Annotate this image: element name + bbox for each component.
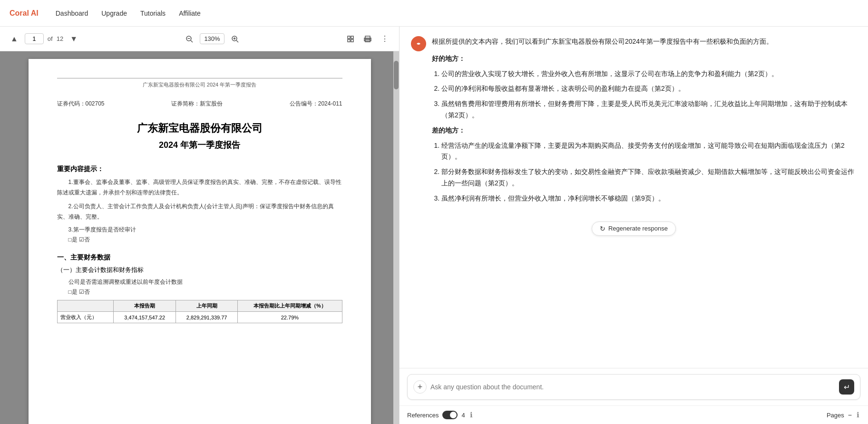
svg-point-14: [369, 39, 370, 40]
nav-tutorials[interactable]: Tutorials: [139, 8, 166, 19]
pdf-scrollbar[interactable]: [393, 51, 399, 424]
list-item: 经营活动产生的现金流量净额下降，主要是因为本期购买商品、接受劳务支付的现金增加，…: [441, 140, 857, 163]
page-of-label: of: [48, 35, 53, 42]
chat-input-area: + ↵: [400, 368, 868, 405]
chat-good-heading: 好的地方：: [432, 55, 465, 62]
pdf-table-note: 公司是否需追溯调整或重述以前年度会计数据: [57, 278, 342, 286]
pdf-table-note2: □是 ☑否: [57, 288, 342, 296]
svg-rect-8: [351, 36, 353, 39]
pdf-table-cell-1: 3,474,157,547.22: [114, 312, 176, 323]
page-number-input[interactable]: [25, 33, 44, 44]
pdf-table-header-1: 本报告期: [114, 300, 176, 312]
chat-bad-heading: 差的地方：: [432, 126, 465, 134]
svg-rect-11: [365, 36, 370, 39]
list-item: 公司的营业收入实现了较大增长，营业外收入也有所增加，这显示了公司在市场上的竞争力…: [441, 68, 857, 80]
pdf-meta-announce: 公告编号：2024-011: [290, 100, 342, 108]
pdf-header-line: 广东新宝电器股份有限公司 2024 年第一季度报告: [57, 78, 342, 88]
pdf-table-header-2: 上年同期: [176, 300, 237, 312]
chat-send-button[interactable]: ↵: [839, 379, 854, 395]
pdf-table-cell-0: 营业收入（元）: [57, 312, 114, 323]
pdf-para3: 3.第一季度报告是否经审计: [57, 226, 342, 234]
chat-intro: 根据所提供的文本内容，我们可以看到广东新宝电器股份有限公司2024年第一季度报告…: [432, 36, 857, 48]
pdf-section1a: （一）主要会计数据和财务指标: [57, 266, 342, 274]
regenerate-icon: ↻: [600, 225, 605, 232]
chat-input-box: + ↵: [407, 374, 860, 400]
pdf-content[interactable]: 广东新宝电器股份有限公司 2024 年第一季度报告 证券代码：002705 证券…: [0, 51, 399, 424]
page-down-button[interactable]: ▼: [67, 33, 80, 45]
svg-rect-9: [348, 39, 350, 42]
send-icon: ↵: [844, 383, 850, 392]
pages-info-button[interactable]: ℹ: [856, 410, 860, 420]
table-row: 营业收入（元） 3,474,157,547.22 2,829,291,339.7…: [57, 312, 342, 323]
pdf-scroll-thumb[interactable]: [394, 61, 399, 89]
total-pages-label: 12: [57, 35, 63, 42]
main-area: ▲ of 12 ▼ 130% ⋮ 广东新宝电器股份有: [0, 27, 868, 424]
pdf-para2: 2.公司负责人、主管会计工作负责人及会计机构负责人(会计主管人员)声明：保证季度…: [57, 202, 342, 222]
list-item: 部分财务数据和财务指标发生了较大的变动，如交易性金融资产下降、应收款项融资减少、…: [441, 166, 857, 189]
svg-rect-7: [348, 36, 350, 39]
references-label: References: [407, 412, 439, 419]
chat-good-list: 公司的营业收入实现了较大增长，营业外收入也有所增加，这显示了公司在市场上的竞争力…: [441, 68, 857, 121]
svg-line-4: [236, 40, 238, 42]
pdf-viewer: ▲ of 12 ▼ 130% ⋮ 广东新宝电器股份有: [0, 27, 400, 424]
pdf-table-cell-3: 22.79%: [238, 312, 342, 323]
pdf-page: 广东新宝电器股份有限公司 2024 年第一季度报告 证券代码：002705 证券…: [29, 59, 371, 424]
chat-footer-pages: Pages − ℹ: [827, 410, 860, 420]
pdf-report-title: 2024 年第一季度报告: [57, 139, 342, 151]
references-toggle[interactable]: [442, 411, 458, 419]
zoom-in-button[interactable]: [228, 33, 242, 45]
chat-bubble: 根据所提供的文本内容，我们可以看到广东新宝电器股份有限公司2024年第一季度报告…: [432, 36, 857, 208]
pdf-financial-table: 本报告期 上年同期 本报告期比上年同期增减（%） 营业收入（元） 3,474,1…: [57, 300, 342, 323]
list-item: 虽然销售费用和管理费用有所增长，但财务费用下降，主要是受人民币兑美元汇率波动影响…: [441, 98, 857, 121]
zoom-level[interactable]: 130%: [200, 33, 224, 44]
more-options-button[interactable]: ⋮: [378, 32, 391, 45]
pdf-company-name: 广东新宝电器股份有限公司: [57, 121, 342, 135]
chat-messages: 根据所提供的文本内容，我们可以看到广东新宝电器股份有限公司2024年第一季度报告…: [400, 27, 868, 368]
pages-label: Pages: [827, 412, 844, 419]
list-item: 公司的净利润和每股收益都有显著增长，这表明公司的盈利能力在提高（第2页）。: [441, 83, 857, 95]
pdf-meta-abbr: 证券简称：新宝股份: [171, 100, 223, 108]
chat-footer: References 4 ℹ Pages − ℹ: [400, 405, 868, 424]
nav-affiliate[interactable]: Affiliate: [178, 8, 202, 19]
pdf-table-header-3: 本报告期比上年同期增减（%）: [238, 300, 342, 312]
pdf-important-heading: 重要内容提示：: [57, 165, 342, 173]
svg-rect-10: [351, 39, 353, 42]
pdf-title-block: 广东新宝电器股份有限公司 2024 年第一季度报告: [57, 121, 342, 151]
pdf-toolbar: ▲ of 12 ▼ 130% ⋮: [0, 27, 399, 51]
references-info-button[interactable]: ℹ: [469, 410, 474, 420]
chat-panel: 根据所提供的文本内容，我们可以看到广东新宝电器股份有限公司2024年第一季度报告…: [400, 27, 868, 424]
chat-text-input[interactable]: [430, 383, 835, 391]
chat-message: 根据所提供的文本内容，我们可以看到广东新宝电器股份有限公司2024年第一季度报告…: [411, 36, 857, 208]
regenerate-row: ↻ Regenerate response: [411, 218, 857, 238]
zoom-out-button[interactable]: [183, 33, 196, 45]
regenerate-button[interactable]: ↻ Regenerate response: [592, 222, 676, 236]
pages-dash: −: [848, 411, 852, 419]
pdf-table-header-0: [57, 300, 114, 312]
pdf-meta-row: 证券代码：002705 证券简称：新宝股份 公告编号：2024-011: [57, 100, 342, 108]
logo: Coral AI: [10, 9, 39, 18]
top-nav: Coral AI Dashboard Upgrade Tutorials Aff…: [0, 0, 868, 27]
fit-page-button[interactable]: [344, 33, 357, 45]
regenerate-label: Regenerate response: [608, 225, 668, 232]
svg-line-1: [191, 40, 193, 42]
nav-upgrade[interactable]: Upgrade: [100, 8, 128, 19]
toggle-knob: [450, 412, 457, 418]
list-item: 虽然净利润有所增长，但营业外收入增加，净利润增长不够稳固（第9页）。: [441, 193, 857, 204]
pdf-table-cell-2: 2,829,291,339.77: [176, 312, 237, 323]
pdf-para1: 1.董事会、监事会及董事、监事、高级管理人员保证季度报告的真实、准确、完整，不存…: [57, 177, 342, 198]
chat-footer-references: References 4 ℹ: [407, 410, 474, 420]
nav-dashboard[interactable]: Dashboard: [55, 8, 89, 19]
references-count: 4: [461, 412, 465, 419]
pdf-meta-code: 证券代码：002705: [57, 100, 105, 108]
chat-attach-button[interactable]: +: [413, 380, 427, 394]
pdf-section1: 一、主要财务数据: [57, 253, 342, 262]
chat-avatar: [411, 36, 426, 51]
page-up-button[interactable]: ▲: [8, 33, 21, 45]
print-button[interactable]: [361, 33, 374, 45]
chat-bad-list: 经营活动产生的现金流量净额下降，主要是因为本期购买商品、接受劳务支付的现金增加，…: [441, 140, 857, 204]
pdf-para3b: □是 ☑否: [57, 236, 342, 244]
